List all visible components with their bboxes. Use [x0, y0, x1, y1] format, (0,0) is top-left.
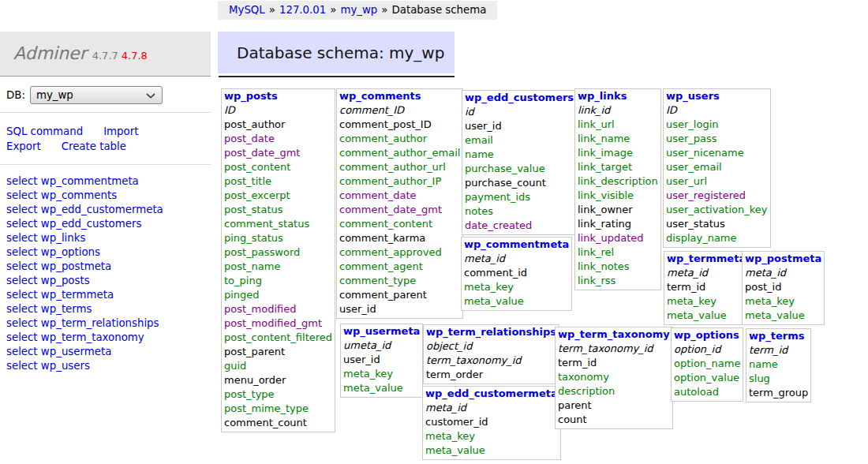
sidebar-select-link[interactable]: select	[6, 218, 38, 230]
sidebar-select-link[interactable]: select	[6, 246, 38, 258]
sidebar-table-link-wp_posts[interactable]: wp_posts	[41, 275, 90, 286]
schema-field: term_group	[749, 386, 808, 400]
schema-table-wp_edd_customermeta: wp_edd_customermetameta_idcustomer_idmet…	[422, 386, 561, 460]
schema-field: link_name	[578, 132, 658, 146]
schema-field: term_id	[749, 343, 808, 357]
sidebar-select-link[interactable]: select	[6, 289, 38, 301]
sidebar-select-link[interactable]: select	[6, 317, 38, 329]
schema-field: ping_status	[224, 231, 332, 245]
sidebar-table-link-wp_edd_customermeta[interactable]: wp_edd_customermeta	[41, 204, 163, 215]
breadcrumb-link-mysql[interactable]: MySQL	[229, 4, 265, 16]
schema-table-title-link[interactable]: wp_links	[578, 89, 658, 103]
schema-field: name	[465, 148, 574, 162]
breadcrumb-current: Database schema	[392, 4, 487, 16]
schema-table-wp_term_relationships: wp_term_relationshipsobject_idterm_taxon…	[423, 324, 559, 384]
schema-field: option_id	[674, 342, 740, 357]
schema-field: user_login	[666, 118, 768, 132]
sidebar-table-link-wp_postmeta[interactable]: wp_postmeta	[41, 260, 111, 272]
schema-field: comment_count	[224, 416, 332, 430]
schema-field: meta_key	[343, 367, 420, 381]
schema-table-title-link[interactable]: wp_term_relationships	[426, 325, 556, 339]
schema-table-title-link[interactable]: wp_comments	[339, 89, 460, 103]
sidebar-select-link[interactable]: select	[6, 260, 38, 272]
schema-field: description	[558, 384, 670, 399]
schema-field: comment_post_ID	[339, 118, 460, 132]
schema-field: to_ping	[224, 274, 332, 288]
sidebar-select-link[interactable]: select	[6, 189, 38, 201]
schema-table-title-link[interactable]: wp_options	[674, 328, 740, 342]
sidebar-select-link[interactable]: select	[6, 303, 38, 315]
adminer-logo-link[interactable]: Adminer	[13, 43, 87, 63]
sidebar-table-link-wp_terms[interactable]: wp_terms	[41, 303, 92, 315]
sidebar-table-link-wp_commentmeta[interactable]: wp_commentmeta	[41, 175, 139, 187]
schema-field: link_description	[578, 174, 658, 189]
adminer-new-version-link[interactable]: 4.7.8	[122, 50, 148, 62]
import-link[interactable]: Import	[103, 124, 138, 139]
sidebar-table-link-wp_term_relationships[interactable]: wp_term_relationships	[41, 317, 159, 329]
schema-table-wp_termmeta: wp_termmetameta_idterm_idmeta_keymeta_va…	[664, 251, 749, 325]
schema-table-title-link[interactable]: wp_postmeta	[745, 252, 821, 266]
schema-field: post_title	[224, 174, 332, 189]
sidebar-select-link[interactable]: select	[6, 232, 38, 244]
schema-field: term_taxonomy_id	[426, 354, 556, 368]
schema-field: comment_author_url	[339, 160, 460, 174]
schema-field: term_taxonomy_id	[558, 342, 670, 356]
db-select[interactable]: my_wp	[30, 86, 163, 104]
sidebar-table-row: select wp_links	[6, 231, 204, 245]
schema-field: link_notes	[578, 260, 658, 274]
schema-field: purchase_count	[465, 176, 574, 190]
schema-field: customer_id	[425, 415, 558, 429]
sidebar-table-row: select wp_edd_customermeta	[6, 203, 204, 217]
schema-field: post_modified_gmt	[224, 316, 332, 331]
sidebar-table-list: select wp_commentmetaselect wp_commentss…	[0, 165, 211, 383]
schema-table-title-link[interactable]: wp_edd_customers	[465, 91, 574, 105]
sidebar-table-link-wp_edd_customers[interactable]: wp_edd_customers	[41, 218, 142, 230]
sidebar: Adminer4.7.74.7.8 DB: my_wp SQL command …	[0, 32, 211, 383]
sidebar-table-link-wp_termmeta[interactable]: wp_termmeta	[41, 289, 114, 301]
schema-table-title-link[interactable]: wp_term_taxonomy	[558, 327, 670, 342]
schema-field: user_registered	[666, 189, 768, 203]
schema-field: comment_author	[339, 132, 460, 146]
sidebar-select-link[interactable]: select	[6, 275, 38, 286]
sidebar-table-row: select wp_term_taxonomy	[6, 331, 204, 345]
schema-field: comment_id	[464, 266, 569, 280]
schema-table-title-link[interactable]: wp_edd_customermeta	[425, 387, 558, 401]
sidebar-table-link-wp_options[interactable]: wp_options	[41, 246, 100, 258]
schema-field: post_content_filtered	[224, 331, 332, 345]
sidebar-table-link-wp_comments[interactable]: wp_comments	[41, 189, 117, 201]
sidebar-select-link[interactable]: select	[6, 360, 38, 372]
sql-command-link[interactable]: SQL command	[6, 124, 83, 139]
sidebar-select-link[interactable]: select	[6, 346, 38, 357]
schema-field: post_type	[224, 387, 332, 402]
sidebar-table-link-wp_term_taxonomy[interactable]: wp_term_taxonomy	[41, 331, 144, 343]
schema-table-title-link[interactable]: wp_usermeta	[343, 324, 420, 339]
sidebar-select-link[interactable]: select	[6, 175, 38, 187]
schema-table-title-link[interactable]: wp_users	[666, 89, 768, 103]
schema-table-wp_posts: wp_postsIDpost_authorpost_datepost_date_…	[221, 88, 335, 432]
schema-table-title-link[interactable]: wp_terms	[749, 329, 808, 343]
sidebar-table-link-wp_users[interactable]: wp_users	[41, 360, 90, 372]
sidebar-table-row: select wp_term_relationships	[6, 316, 204, 331]
schema-field: display_name	[666, 231, 768, 245]
schema-field: ID	[224, 103, 332, 118]
schema-field: link_target	[578, 160, 658, 174]
sidebar-select-link[interactable]: select	[6, 331, 38, 343]
breadcrumb-link-db[interactable]: my_wp	[340, 4, 377, 16]
schema-field: pinged	[224, 288, 332, 302]
export-link[interactable]: Export	[6, 139, 41, 154]
sidebar-select-link[interactable]: select	[6, 204, 38, 215]
schema-field: post_status	[224, 203, 332, 217]
schema-field: user_id	[343, 353, 420, 367]
schema-field: date_created	[465, 219, 574, 233]
create-table-link[interactable]: Create table	[62, 139, 126, 154]
sidebar-table-link-wp_links[interactable]: wp_links	[41, 232, 86, 244]
schema-field: meta_value	[667, 309, 746, 323]
schema-field: post_parent	[224, 345, 332, 359]
schema-table-title-link[interactable]: wp_termmeta	[667, 252, 746, 266]
breadcrumb-link-server[interactable]: 127.0.01	[279, 4, 326, 16]
schema-field: email	[465, 133, 574, 148]
schema-field: id	[465, 105, 574, 119]
schema-table-title-link[interactable]: wp_posts	[224, 89, 332, 103]
schema-table-title-link[interactable]: wp_commentmeta	[464, 238, 569, 252]
sidebar-table-link-wp_usermeta[interactable]: wp_usermeta	[41, 346, 111, 357]
